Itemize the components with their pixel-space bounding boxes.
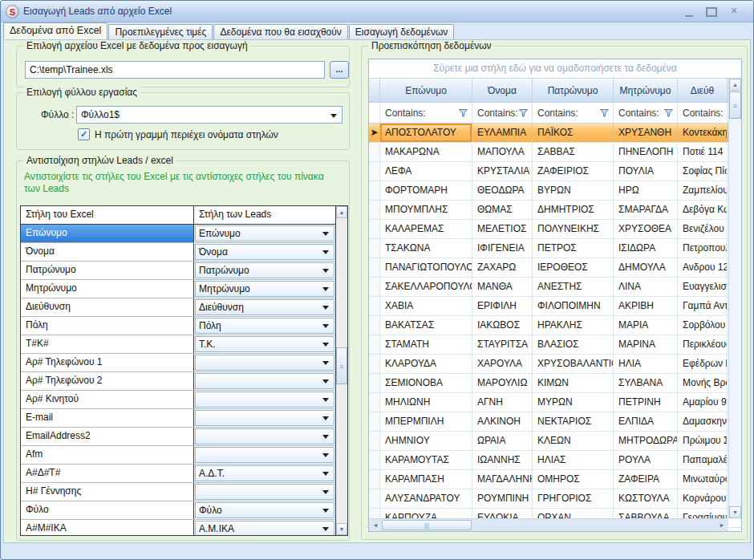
data-cell[interactable]: ΣΑΚΕΛΛΑΡΟΠΟΥΛΟΥ <box>380 278 472 296</box>
leads-column-select[interactable] <box>195 355 334 371</box>
scrollbar-thumb[interactable]: ≡ <box>729 91 741 119</box>
leads-column-select[interactable]: Πόλη <box>195 318 334 334</box>
data-cell[interactable]: ΡΟΥΛΑ <box>614 451 678 469</box>
data-cell[interactable]: ΤΣΑΚΩΝΑ <box>380 239 472 258</box>
mapping-row[interactable]: EmailAddress2 <box>21 428 347 446</box>
data-row[interactable]: ΒΑΚΑΤΣΑΣΙΑΚΩΒΟΣΗΡΑΚΛΗΣΜΑΡΙΑΣορβόλου Αθ <box>369 316 741 335</box>
data-cell[interactable]: ΕΡΙΦΙΛΗ <box>472 297 533 315</box>
data-cell[interactable]: ΚΑΡΑΜΠΑΣΗ <box>380 470 472 489</box>
data-cell[interactable]: ΗΡΑΚΛΗΣ <box>533 316 614 335</box>
mapping-row[interactable]: Afm <box>21 446 347 465</box>
data-row[interactable]: ΠΑΝΑΓΙΩΤΟΠΟΥΛΟΣΖΑΧΑΡΩΙΕΡΟΘΕΟΣΔΗΜΟΥΛΑΑνδρ… <box>369 258 741 278</box>
data-cell[interactable]: ΧΑΡΟΥΛΑ <box>472 355 533 373</box>
mapping-row[interactable]: Τ#Κ#Τ.Κ. <box>21 335 347 354</box>
scrollbar-thumb[interactable]: ≡ <box>336 347 347 384</box>
mapping-row[interactable]: Αρ# Κινητού <box>21 391 347 409</box>
excel-column-cell[interactable]: Όνομα <box>21 243 194 261</box>
scroll-up-icon[interactable]: ▲ <box>336 206 347 218</box>
data-cell[interactable]: ΣΤΑΥΡΙΤΣΑ <box>472 335 533 354</box>
data-cell[interactable]: ΜΠΟΥΜΠΛΗΣ <box>380 201 472 219</box>
data-cell[interactable]: Σοφίας Πίστη <box>678 162 728 181</box>
excel-column-cell[interactable]: Α#Μ#ΙΚΑ <box>21 520 194 536</box>
data-cell[interactable]: ΜΑΡΙΝΑ <box>614 335 678 354</box>
leads-column-select[interactable]: Α.Δ.Τ. <box>195 465 334 481</box>
data-cell[interactable]: ΜΑΓΔΑΛΗΝΗ <box>472 470 533 489</box>
data-cell[interactable]: ΣΑΒΒΑΣ <box>533 143 614 161</box>
data-cell[interactable]: ΚΛΑΡΟΥΔΑ <box>380 355 472 373</box>
mapping-row[interactable]: Α#Δ#Τ#Α.Δ.Τ. <box>21 465 347 483</box>
mapping-row[interactable]: Αρ# Τηλεφώνου 1 <box>21 354 347 372</box>
data-cell[interactable]: ΙΩΑΝΝΗΣ <box>472 451 533 469</box>
data-cell[interactable]: ΙΣΙΔΩΡΑ <box>614 239 678 258</box>
data-cell[interactable]: ΠΗΝΕΛΟΠΗ <box>614 143 678 161</box>
data-cell[interactable]: ΔΗΜΟΥΛΑ <box>614 258 678 277</box>
data-cell[interactable]: ΑΛΥΣΑΝΔΡΑΤΟΥ <box>380 489 472 508</box>
excel-column-cell[interactable]: Επώνυμο <box>21 225 194 242</box>
excel-column-cell[interactable]: Πόλη <box>21 317 194 335</box>
leads-column-select[interactable]: Α.Μ.ΙΚΑ <box>195 521 334 536</box>
data-cell[interactable]: Ανδρου 127 <box>678 258 728 277</box>
maximize-button[interactable] <box>705 6 718 17</box>
excel-column-cell[interactable]: Η# Γέννησης <box>21 483 194 501</box>
data-cell[interactable]: ΚΩΣΤΟΥΛΑ <box>614 489 678 508</box>
data-cell[interactable]: Περικλέους 5 <box>678 335 728 354</box>
title-bar[interactable]: S Εισαγωγή Leads από αρχείο Excel ✕ <box>1 1 753 22</box>
data-cell[interactable]: Ευαγγελιστρί <box>678 278 728 296</box>
leads-column-select[interactable] <box>195 428 334 444</box>
filter-funnel-icon[interactable] <box>518 108 529 118</box>
filter-cell-4[interactable]: Contains: <box>678 103 728 123</box>
data-cell[interactable]: ΖΑΦΕΙΡΑ <box>614 470 678 489</box>
leads-column-select[interactable]: Διεύθυνση <box>195 299 334 315</box>
data-cell[interactable]: ΜΑΝΘΑ <box>472 278 533 296</box>
data-cell[interactable]: ΗΛΙΑΣ <box>533 451 614 469</box>
data-cell[interactable]: ΜΗΛΙΩΝΗ <box>380 393 472 412</box>
leads-column-select[interactable] <box>195 447 334 463</box>
data-cell[interactable]: ΔΗΜΗΤΡΙΟΣ <box>533 201 614 219</box>
data-cell[interactable]: ΛΕΦΑ <box>380 162 472 181</box>
data-cell[interactable]: ΜΠΕΡΜΠΙΛΗ <box>380 412 472 431</box>
data-cell[interactable]: ΝΕΚΤΑΡΙΟΣ <box>533 412 614 431</box>
data-cell[interactable]: ΜΑΠΟΥΛΑ <box>472 143 533 161</box>
data-cell[interactable]: Αμαρίου 98 <box>678 393 728 412</box>
data-cell[interactable]: ΜΑΡΟΥΛΙΩ <box>472 374 533 392</box>
data-row[interactable]: ΣΤΑΜΑΤΗΣΤΑΥΡΙΤΣΑΒΛΑΣΙΟΣΜΑΡΙΝΑΠερικλέους … <box>369 335 741 355</box>
data-cell[interactable]: ΡΟΥΜΠΙΝΗ <box>472 489 533 508</box>
data-cell[interactable]: ΓΡΗΓΟΡΙΟΣ <box>533 489 614 508</box>
data-cell[interactable]: ΑΠΟΣΤΟΛΑΤΟΥ <box>380 124 472 142</box>
filter-funnel-icon[interactable] <box>458 108 468 118</box>
data-cell[interactable]: Σορβόλου Αθ <box>678 316 728 335</box>
excel-column-cell[interactable]: Αρ# Κινητού <box>21 391 194 408</box>
data-cell[interactable]: ΜΑΚΑΡΩΝΑ <box>380 143 472 161</box>
mapping-row[interactable]: ΌνομαΌνομα <box>21 243 347 262</box>
filter-cell-0[interactable]: Contains: <box>380 103 472 123</box>
scroll-up-icon[interactable]: ▲ <box>729 79 741 91</box>
data-row[interactable]: ΣΕΜΙΟΝΟΒΑΜΑΡΟΥΛΙΩΚΙΜΩΝΣΥΛΒΑΝΑΜονής Βροντ <box>369 374 741 393</box>
data-row[interactable]: ΑΛΥΣΑΝΔΡΑΤΟΥΡΟΥΜΠΙΝΗΓΡΗΓΟΡΙΟΣΚΩΣΤΟΥΛΑΚορ… <box>369 489 741 509</box>
browse-button[interactable]: ... <box>330 61 349 79</box>
tab-3[interactable]: Εισαγωγή δεδομένων <box>349 24 454 39</box>
data-cell[interactable]: ΑΚΡΙΒΗ <box>614 297 678 315</box>
filter-cell-1[interactable]: Contains: <box>472 103 533 123</box>
data-cell[interactable]: ΚΑΛΑΡΕΜΑΣ <box>380 220 472 238</box>
data-row[interactable]: ΜΗΛΙΩΝΗΑΓΝΗΜΥΡΩΝΠΕΤΡΙΝΗΑμαρίου 98 <box>369 393 741 412</box>
leads-column-select[interactable]: Όνομα <box>195 244 334 260</box>
mapping-row[interactable]: ΠατρώνυμοΠατρώνυμο <box>21 262 347 280</box>
filter-cell-2[interactable]: Contains: <box>533 103 614 123</box>
data-cell[interactable]: ΧΡΥΣΟΘΕΑ <box>614 220 678 238</box>
data-cell[interactable]: ΕΥΛΑΜΠΙΑ <box>472 124 533 142</box>
data-cell[interactable]: Μινωταύρου <box>678 470 728 489</box>
data-cell[interactable]: ΣΕΜΙΟΝΟΒΑ <box>380 374 472 392</box>
data-row[interactable]: ➤ΑΠΟΣΤΟΛΑΤΟΥΕΥΛΑΜΠΙΑΠΑΪΚΟΣΧΡΥΣΑΝΘΗΚοντεκ… <box>369 124 741 143</box>
excel-column-cell[interactable]: Διεύθυνση <box>21 298 194 316</box>
mapping-row[interactable]: ΜητρώνυμοΜητρώνυμο <box>21 280 347 298</box>
data-row[interactable]: ΛΗΜΝΙΟΥΩΡΑΙΑΚΛΕΩΝΜΗΤΡΟΔΩΡΑΠρώιμου Στέ <box>369 432 741 451</box>
leads-column-select[interactable]: Επώνυμο <box>195 225 334 241</box>
excel-column-cell[interactable]: Πατρώνυμο <box>21 262 194 279</box>
data-cell[interactable]: ΠΑΝΑΓΙΩΤΟΠΟΥΛΟΣ <box>380 258 472 277</box>
mapping-row[interactable]: E-mail <box>21 409 347 428</box>
grid-horizontal-scrollbar[interactable]: ◄ ||| ► <box>369 518 728 531</box>
excel-column-cell[interactable]: Φύλο <box>21 501 194 519</box>
data-cell[interactable]: ΜΗΤΡΟΔΩΡΑ <box>614 432 678 450</box>
column-header-1[interactable]: Όνομα <box>472 79 533 102</box>
grid-vertical-scrollbar[interactable]: ▲ ≡ ▼ <box>728 79 741 518</box>
